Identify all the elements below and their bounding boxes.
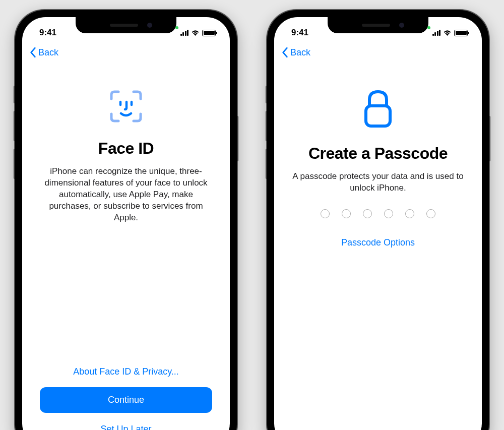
camera-indicator-dot <box>427 26 430 29</box>
back-label: Back <box>290 47 310 58</box>
svg-rect-2 <box>366 106 390 126</box>
cellular-signal-icon <box>180 30 189 36</box>
screen-passcode: 9:41 Back Create a Passcode A passcode p… <box>274 17 482 430</box>
face-id-icon <box>108 89 144 126</box>
back-label: Back <box>38 47 58 58</box>
passcode-input[interactable] <box>321 209 435 218</box>
battery-icon <box>202 30 216 36</box>
wifi-icon <box>443 30 452 36</box>
page-description: A passcode protects your data and is use… <box>289 171 467 194</box>
back-button[interactable]: Back <box>29 47 58 58</box>
camera-indicator-dot <box>175 26 178 29</box>
notch <box>76 17 176 33</box>
notch <box>328 17 428 33</box>
back-button[interactable]: Back <box>281 47 310 58</box>
status-time: 9:41 <box>291 28 308 38</box>
phone-device-left: 9:41 Back <box>15 10 237 430</box>
about-faceid-privacy-link[interactable]: About Face ID & Privacy... <box>66 359 186 384</box>
page-description: iPhone can recognize the unique, three-d… <box>37 166 215 224</box>
chevron-left-icon <box>29 47 36 58</box>
setup-later-link[interactable]: Set Up Later <box>93 417 158 430</box>
status-time: 9:41 <box>39 28 56 38</box>
phone-device-right: 9:41 Back Create a Passcode A passcode p… <box>267 10 489 430</box>
passcode-options-link[interactable]: Passcode Options <box>334 230 422 255</box>
page-title: Create a Passcode <box>308 144 448 163</box>
battery-icon <box>454 30 468 36</box>
continue-button[interactable]: Continue <box>40 387 212 413</box>
wifi-icon <box>191 30 200 36</box>
lock-icon <box>362 89 394 131</box>
cellular-signal-icon <box>432 30 441 36</box>
screen-faceid: 9:41 Back <box>22 17 230 430</box>
chevron-left-icon <box>281 47 288 58</box>
page-title: Face ID <box>98 139 154 158</box>
